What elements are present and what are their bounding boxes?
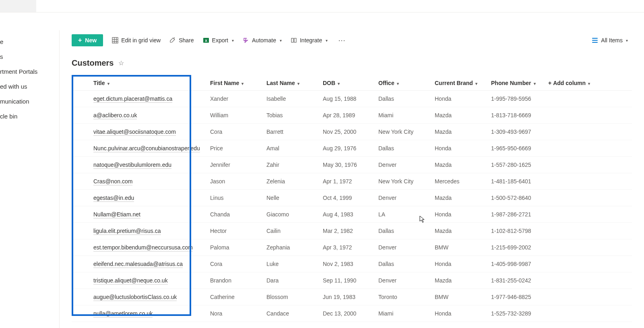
cell-office: New York City: [374, 124, 430, 140]
col-office[interactable]: Office▾: [374, 75, 430, 91]
cell-office: Dallas: [374, 223, 430, 239]
cell-empty: [543, 272, 600, 289]
cell-last-name: Amal: [262, 140, 318, 157]
table-row[interactable]: tristique.aliquet@neque.co.ukBrandonDara…: [72, 272, 632, 289]
chevron-down-icon: ▾: [107, 81, 109, 86]
cell-phone: 1-995-789-5956: [486, 91, 543, 107]
app-launcher-placeholder: [0, 0, 36, 12]
cell-empty: [543, 91, 600, 107]
col-phone[interactable]: Phone Number▾: [486, 75, 543, 91]
cell-last-name: Cailin: [262, 223, 318, 239]
cell-last-name: Tobias: [262, 107, 318, 124]
cell-title[interactable]: Nunc.pulvinar.arcu@conubianostraper.edu: [72, 140, 205, 157]
integrate-label: Integrate: [300, 37, 322, 44]
cell-title[interactable]: natoque@vestibulumlorem.edu: [72, 157, 205, 173]
cell-brand: BMW: [430, 239, 486, 256]
svg-rect-8: [294, 38, 296, 42]
table-row[interactable]: ligula.elit.pretium@risus.caHectorCailin…: [72, 223, 632, 239]
cell-title[interactable]: ligula.elit.pretium@risus.ca: [72, 223, 205, 239]
add-column-button[interactable]: +Add column▾: [543, 75, 600, 91]
cell-dob: Aug 15, 1988: [318, 91, 374, 107]
cell-first-name: Hector: [205, 223, 262, 239]
svg-rect-0: [112, 37, 118, 43]
table-row[interactable]: natoque@vestibulumlorem.eduJenniferZahir…: [72, 157, 632, 173]
cell-title[interactable]: tristique.aliquet@neque.co.uk: [72, 272, 205, 289]
grid-icon: [112, 37, 118, 44]
view-selector[interactable]: All Items ▾: [592, 37, 628, 44]
cell-empty: [600, 157, 632, 173]
col-title[interactable]: Title▾: [72, 75, 205, 91]
col-last-name[interactable]: Last Name▾: [262, 75, 318, 91]
cell-first-name: Cora: [205, 256, 262, 272]
table-row[interactable]: est.tempor.bibendum@neccursusa.comPaloma…: [72, 239, 632, 256]
more-actions-button[interactable]: ⋯: [336, 36, 347, 45]
table-row[interactable]: eget.dictum.placerat@mattis.caXanderIsab…: [72, 91, 632, 107]
excel-icon: X: [203, 37, 209, 44]
cell-empty: [600, 206, 632, 223]
cell-title[interactable]: eleifend.nec.malesuada@atrisus.ca: [72, 256, 205, 272]
cell-brand: Honda: [430, 305, 486, 322]
cell-last-name: Blossom: [262, 289, 318, 305]
table-row[interactable]: egestas@in.eduLinusNelleOct 4, 1999Denve…: [72, 190, 632, 206]
nav-item[interactable]: rtment Portals: [0, 64, 59, 79]
cell-first-name: Chanda: [205, 206, 262, 223]
nav-item[interactable]: ed with us: [0, 79, 59, 94]
cell-phone: 1-102-812-5798: [486, 223, 543, 239]
cell-title[interactable]: nulla@ametlorem.co.uk: [72, 305, 205, 322]
cell-title[interactable]: eget.dictum.placerat@mattis.ca: [72, 91, 205, 107]
svg-text:X: X: [205, 39, 207, 43]
cell-empty: [543, 206, 600, 223]
cell-brand: Honda: [430, 206, 486, 223]
cell-empty: [543, 289, 600, 305]
cell-first-name: Xander: [205, 91, 262, 107]
cell-title[interactable]: vitae.aliquet@sociisnatoque.com: [72, 124, 205, 140]
table-row[interactable]: augue@luctuslobortisClass.co.ukCatherine…: [72, 289, 632, 305]
automate-button[interactable]: Automate ▾: [243, 37, 282, 44]
table-row[interactable]: eleifend.nec.malesuada@atrisus.caCoraLuk…: [72, 256, 632, 272]
cell-dob: May 30, 1976: [318, 157, 374, 173]
col-dob[interactable]: DOB▾: [318, 75, 374, 91]
nav-item[interactable]: e: [0, 34, 59, 49]
edit-in-grid-button[interactable]: Edit in grid view: [112, 37, 161, 44]
cell-empty: [543, 157, 600, 173]
chevron-down-icon: ▾: [626, 38, 628, 43]
cell-dob: Oct 4, 1999: [318, 190, 374, 206]
cell-empty: [600, 239, 632, 256]
col-first-name[interactable]: First Name▾: [205, 75, 262, 91]
cell-brand: Mazda: [430, 190, 486, 206]
table-row[interactable]: vitae.aliquet@sociisnatoque.comCoraBarre…: [72, 124, 632, 140]
table-row[interactable]: Cras@non.comJasonZeleniaApr 1, 1972New Y…: [72, 173, 632, 190]
cell-title[interactable]: egestas@in.edu: [72, 190, 205, 206]
cell-brand: Mazda: [430, 124, 486, 140]
nav-item[interactable]: s: [0, 49, 59, 64]
export-button[interactable]: X Export ▾: [203, 37, 234, 44]
cell-dob: Mar 2, 1982: [318, 223, 374, 239]
cell-dob: Aug 29, 1976: [318, 140, 374, 157]
cell-dob: Apr 1, 1972: [318, 173, 374, 190]
cell-first-name: Jennifer: [205, 157, 262, 173]
col-brand[interactable]: Current Brand▾: [430, 75, 486, 91]
share-button[interactable]: Share: [169, 37, 194, 44]
nav-item[interactable]: munication: [0, 94, 59, 109]
cell-first-name: Jason: [205, 173, 262, 190]
cell-phone: 1-481-185-6401: [486, 173, 543, 190]
table-row[interactable]: Nunc.pulvinar.arcu@conubianostraper.eduP…: [72, 140, 632, 157]
cell-dob: Apr 28, 1989: [318, 107, 374, 124]
cell-phone: 1-965-950-6669: [486, 140, 543, 157]
table-row[interactable]: nulla@ametlorem.co.ukNoraCandaceDec 13, …: [72, 305, 632, 322]
table-row[interactable]: Nullam@Etiam.netChandaGiacomoAug 4, 1983…: [72, 206, 632, 223]
cell-empty: [543, 107, 600, 124]
cell-title[interactable]: est.tempor.bibendum@neccursusa.com: [72, 239, 205, 256]
cell-title[interactable]: Nullam@Etiam.net: [72, 206, 205, 223]
favorite-star-icon[interactable]: ☆: [118, 59, 124, 67]
nav-item[interactable]: cle bin: [0, 109, 59, 124]
cell-title[interactable]: Cras@non.com: [72, 173, 205, 190]
cell-office: Denver: [374, 157, 430, 173]
table-row[interactable]: a@aclibero.co.ukWilliamTobiasApr 28, 198…: [72, 107, 632, 124]
cell-title[interactable]: augue@luctuslobortisClass.co.uk: [72, 289, 205, 305]
integrate-button[interactable]: Integrate ▾: [291, 37, 328, 44]
cell-title[interactable]: a@aclibero.co.uk: [72, 107, 205, 124]
new-button[interactable]: + New: [72, 34, 103, 46]
cell-brand: Honda: [430, 91, 486, 107]
chevron-down-icon: ▾: [588, 81, 590, 86]
